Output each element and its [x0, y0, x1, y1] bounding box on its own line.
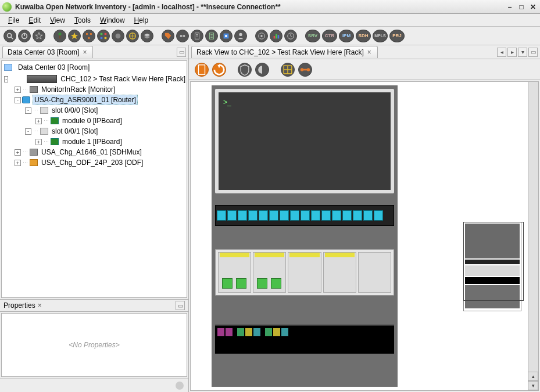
tree-node-module0[interactable]: + ⋯ module 0 [IPBoard] [2, 116, 187, 126]
port-icon[interactable] [374, 210, 383, 221]
chart-icon[interactable] [270, 30, 282, 42]
tab-next-button[interactable]: ▸ [507, 48, 517, 57]
rack-patch-panel[interactable] [215, 205, 394, 226]
tree-node-module1[interactable]: + ⋯ module 1 [IPBoard] [2, 136, 187, 147]
star-icon[interactable] [33, 30, 45, 42]
router-card[interactable] [288, 252, 321, 293]
rv-export-icon[interactable] [212, 63, 226, 77]
tag-icon[interactable] [162, 30, 174, 42]
favorites-icon[interactable] [68, 30, 81, 42]
port-icon[interactable] [269, 210, 278, 221]
link-icon[interactable] [176, 30, 189, 42]
scroll-up-button[interactable]: ▴ [528, 372, 538, 381]
rv-refresh-icon[interactable] [195, 63, 209, 77]
tree-node-monitor[interactable]: + ⋯ MonitorInRack [Monitor] [2, 84, 187, 95]
maximize-button[interactable]: □ [517, 2, 526, 12]
power-icon[interactable] [18, 30, 31, 42]
menu-help[interactable]: Help [130, 15, 153, 26]
port-icon[interactable] [311, 210, 320, 221]
close-tab-icon[interactable]: × [366, 48, 373, 56]
rack-graphic[interactable]: >_ [212, 85, 398, 387]
menu-file[interactable]: File [3, 15, 24, 26]
collapse-icon[interactable]: - [4, 76, 8, 82]
router-card[interactable] [253, 252, 286, 293]
square-icon[interactable] [220, 30, 233, 42]
tree-icon[interactable] [53, 30, 66, 42]
srv-button[interactable]: SRV [305, 30, 320, 42]
collapse-icon[interactable]: - [25, 107, 31, 114]
port-icon[interactable] [280, 210, 289, 221]
router-card[interactable] [358, 252, 391, 293]
rack-sdh-unit[interactable] [215, 325, 394, 354]
scrollbar-track[interactable] [528, 82, 538, 372]
properties-minimize-button[interactable]: ▭ [176, 301, 185, 310]
navigator-tree[interactable]: Data Center 03 [Room] - CHC_102 > Test R… [1, 60, 187, 298]
port-icon[interactable] [332, 210, 341, 221]
ctr-button[interactable]: CTR [322, 30, 337, 42]
port-icon[interactable] [259, 210, 268, 221]
layers-icon[interactable] [141, 30, 153, 42]
port-icon[interactable] [290, 210, 299, 221]
rack-monitor-unit[interactable]: >_ [215, 89, 394, 193]
rv-connection-icon[interactable] [298, 63, 312, 77]
tree-node-rack[interactable]: - CHC_102 > Test Rack View Here [Rack] [2, 74, 187, 84]
close-tab-icon[interactable]: × [81, 48, 88, 56]
expand-icon[interactable]: + [15, 149, 21, 156]
router-card[interactable] [323, 252, 356, 293]
port-icon[interactable] [248, 210, 258, 221]
port-icon[interactable] [363, 210, 373, 221]
port-icon[interactable] [238, 210, 247, 221]
menu-window[interactable]: Window [95, 15, 130, 26]
prj-button[interactable]: PRJ [389, 30, 405, 42]
rv-shield-icon[interactable] [238, 63, 252, 77]
user-icon[interactable] [234, 30, 247, 42]
sdh-button[interactable]: SDH [356, 30, 371, 42]
router-card[interactable] [218, 252, 251, 293]
list-icon[interactable] [205, 30, 218, 42]
panel-minimize-button[interactable]: ▭ [177, 48, 186, 57]
tree-node-slot1[interactable]: - ⋯ slot 0/0/1 [Slot] [2, 126, 187, 136]
expand-icon[interactable]: + [35, 139, 42, 145]
rackview-overview[interactable] [463, 222, 524, 338]
ipm-button[interactable]: IPM [339, 30, 354, 42]
menu-view[interactable]: View [45, 15, 70, 26]
collapse-icon[interactable]: - [25, 128, 31, 135]
tree-node-sdhmux[interactable]: + ⋯ USA_Chg_A1646_01 [SDHMux] [2, 147, 187, 157]
port-icon[interactable] [353, 210, 362, 221]
doc-icon[interactable] [191, 30, 203, 42]
circle1-icon[interactable] [112, 30, 124, 42]
mpls-button[interactable]: MPLS [373, 30, 388, 42]
tab-dropdown-button[interactable]: ▾ [518, 48, 527, 57]
tab-maximize-button[interactable]: ▭ [528, 48, 538, 57]
rackview-scrollbar[interactable]: ▴ ▾ [528, 82, 538, 390]
search-icon[interactable] [3, 30, 16, 42]
properties-close-icon[interactable]: × [38, 301, 42, 310]
clock-icon[interactable] [284, 30, 297, 42]
globe-icon[interactable] [126, 30, 139, 42]
port-icon[interactable] [301, 210, 310, 221]
menu-tools[interactable]: Tools [70, 15, 95, 26]
close-window-button[interactable]: ✕ [528, 2, 538, 12]
port-icon[interactable] [227, 210, 237, 221]
overview-viewport[interactable] [463, 222, 524, 301]
expand-icon[interactable]: + [35, 118, 42, 124]
collapse-icon[interactable]: - [15, 97, 21, 103]
tree-node-router[interactable]: - USA-Chg_ASR9001_01 [Router] [2, 95, 187, 105]
port-icon[interactable] [342, 210, 352, 221]
tree-root[interactable]: Data Center 03 [Room] [2, 61, 187, 74]
port-icon[interactable] [217, 210, 226, 221]
rack-router-unit[interactable] [215, 249, 394, 296]
navigator-tab[interactable]: Data Center 03 [Room] × [2, 46, 93, 58]
rackview-tab[interactable]: Rack View to CHC_102 > Test Rack View He… [191, 46, 378, 58]
minimize-button[interactable]: – [505, 2, 514, 12]
tree-node-slot0[interactable]: - ⋯ slot 0/0/0 [Slot] [2, 105, 187, 116]
scroll-down-button[interactable]: ▾ [528, 381, 538, 390]
tree-node-odf[interactable]: + ⋯ USA_Chg_ODF_24P_203 [ODF] [2, 157, 187, 168]
nodes-icon[interactable] [83, 30, 95, 42]
menu-edit[interactable]: Edit [24, 15, 45, 26]
rv-halfcircle-icon[interactable] [255, 63, 269, 77]
expand-icon[interactable]: + [15, 160, 21, 166]
rv-grid-icon[interactable] [281, 63, 295, 77]
expand-icon[interactable]: + [15, 87, 21, 93]
grid-icon[interactable] [97, 30, 110, 42]
